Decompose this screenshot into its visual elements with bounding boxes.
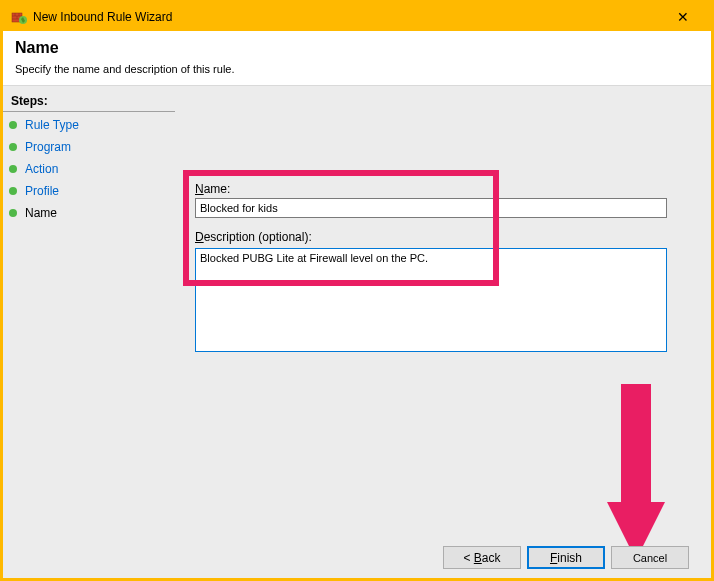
bullet-icon <box>9 121 17 129</box>
description-input[interactable] <box>195 248 667 352</box>
step-label: Profile <box>25 182 59 200</box>
step-label: Action <box>25 160 58 178</box>
step-name[interactable]: Name <box>3 202 175 224</box>
bullet-icon <box>9 143 17 151</box>
window-title: New Inbound Rule Wizard <box>33 10 663 24</box>
bullet-icon <box>9 187 17 195</box>
content-pane: Name: Description (optional): < Back Fin… <box>175 86 711 581</box>
wizard-header: Name Specify the name and description of… <box>3 31 711 86</box>
step-action[interactable]: Action <box>3 158 175 180</box>
page-subtitle: Specify the name and description of this… <box>15 63 699 75</box>
step-profile[interactable]: Profile <box>3 180 175 202</box>
step-rule-type[interactable]: Rule Type <box>3 114 175 136</box>
back-button[interactable]: < Back <box>443 546 521 569</box>
finish-button[interactable]: Finish <box>527 546 605 569</box>
titlebar: New Inbound Rule Wizard ✕ <box>3 3 711 31</box>
bullet-icon <box>9 165 17 173</box>
step-label: Name <box>25 204 57 222</box>
annotation-arrow <box>607 384 665 566</box>
description-label: Description (optional): <box>195 230 667 244</box>
form-group: Name: Description (optional): <box>195 182 667 355</box>
name-label: Name: <box>195 182 667 196</box>
step-program[interactable]: Program <box>3 136 175 158</box>
steps-sidebar: Steps: Rule Type Program Action Profile … <box>3 86 175 581</box>
steps-heading: Steps: <box>3 92 175 112</box>
page-title: Name <box>15 39 699 57</box>
name-input[interactable] <box>195 198 667 218</box>
step-label: Program <box>25 138 71 156</box>
wizard-body: Steps: Rule Type Program Action Profile … <box>3 86 711 581</box>
bullet-icon <box>9 209 17 217</box>
firewall-icon <box>11 9 27 25</box>
cancel-button[interactable]: Cancel <box>611 546 689 569</box>
close-icon[interactable]: ✕ <box>663 9 703 25</box>
button-row: < Back Finish Cancel <box>443 546 689 569</box>
steps-list: Rule Type Program Action Profile Name <box>3 114 175 224</box>
step-label: Rule Type <box>25 116 79 134</box>
